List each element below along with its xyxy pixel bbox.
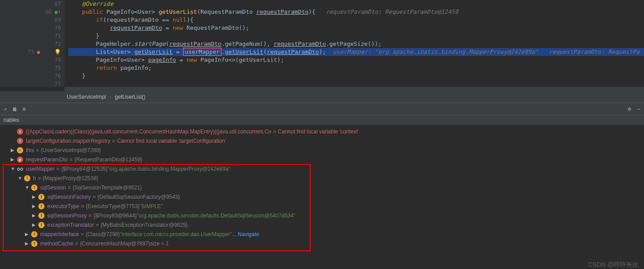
variable-tostring: "org.apache.ibatis.binding.MapperProxy@2… xyxy=(108,166,231,172)
variable-value: Cannot find local variable 'targetConfig… xyxy=(117,138,226,144)
code-line[interactable]: PageInfo<User> pageInfo = new PageInfo<>… xyxy=(68,56,644,64)
code-line[interactable]: @Override xyxy=(68,0,644,8)
variable-row[interactable]: ▼fsqlSession={SqlSessionTemplate@9621} xyxy=(0,183,644,192)
calculator-icon[interactable]: ▦ xyxy=(13,106,16,112)
breakpoint-icon[interactable]: ● xyxy=(37,48,40,56)
proxy-icon: oo xyxy=(17,166,23,172)
gutter-line[interactable]: 74 xyxy=(0,56,61,64)
variable-row[interactable]: ▶fmapperInterface={Class@7298} "interfac… xyxy=(0,229,644,239)
expand-arrow-icon[interactable]: ▶ xyxy=(11,148,15,153)
variable-tostring: "org.apache.ibatis.session.defaults.Defa… xyxy=(137,213,295,219)
lightbulb-icon[interactable]: 💡 xyxy=(54,48,61,56)
gutter-line[interactable]: 68●↑ xyxy=(0,8,61,16)
navigate-link[interactable]: ... Navigate xyxy=(232,231,259,237)
variable-row[interactable]: ▶fmethodCache={ConcurrentHashMap@7897} s… xyxy=(0,239,644,248)
code-line[interactable]: if(requestParamDto == null){ xyxy=(68,16,644,24)
code-line[interactable]: return pageInfo; xyxy=(68,64,644,72)
code-line[interactable] xyxy=(68,80,644,87)
variable-row[interactable]: !((AppClassLoader)((Class)((java.util.co… xyxy=(0,127,644,136)
gutter-line[interactable]: 71 xyxy=(0,32,61,40)
equals-sign: = xyxy=(273,128,276,135)
equals-sign: = xyxy=(81,203,84,209)
horizontal-scrollbar[interactable] xyxy=(65,87,644,91)
gutter-line[interactable]: 76 xyxy=(0,72,61,80)
variable-row[interactable]: ▶fsqlSessionFactory={DefaultSqlSessionFa… xyxy=(0,192,644,201)
code-line[interactable]: } xyxy=(68,72,644,80)
expand-arrow-icon[interactable]: ▼ xyxy=(11,166,15,171)
gutter-line[interactable]: 72 xyxy=(0,40,61,48)
variable-value: {$Proxy83@9644} xyxy=(93,213,137,219)
variable-row[interactable]: ▶fexecutorType={ExecutorType@7753} "SIMP… xyxy=(0,201,644,211)
variable-name: targetConfiguration.mapperRegistry xyxy=(26,138,110,144)
variable-row[interactable]: ▶fexceptionTranslator={MyBatisExceptionT… xyxy=(0,220,644,229)
line-number: 70 xyxy=(50,24,61,32)
variable-name: sqlSessionFactory xyxy=(47,194,91,200)
breadcrumb-method[interactable]: getUserList() xyxy=(115,94,146,100)
var-type-icon: f xyxy=(31,185,37,191)
expand-arrow-icon[interactable]: ▶ xyxy=(11,157,15,162)
variable-tostring: "interface com.micro.provider.dao.UserMa… xyxy=(120,231,232,237)
code-editor[interactable]: 6768●↑6970717273●💡74757677 @Override pub… xyxy=(0,0,644,87)
gear-icon[interactable]: ⚙ xyxy=(628,106,631,112)
variable-row[interactable]: !targetConfiguration.mapperRegistry=Cann… xyxy=(0,136,644,145)
variables-panel[interactable]: CSDN @哼哼爸比 !((AppClassLoader)((Class)((j… xyxy=(0,125,644,269)
variable-row[interactable]: ▼oouserMapper={$Proxy84@12535} "org.apac… xyxy=(0,164,644,173)
var-type-icon: f xyxy=(38,222,45,228)
variable-value: {SqlSessionTemplate@9621} xyxy=(73,185,142,191)
expand-arrow-icon[interactable]: ▶ xyxy=(25,241,29,246)
variable-name: ((AppClassLoader)((Class)((java.util.con… xyxy=(26,128,271,135)
variable-name: this xyxy=(26,147,34,153)
variable-row[interactable]: ▶prequestParamDto={RequestParamDto@12459… xyxy=(0,155,644,164)
code-line[interactable]: requestParamDto = new RequestParamDto(); xyxy=(68,24,644,32)
gutter-line[interactable]: 77 xyxy=(0,80,61,88)
variable-row[interactable]: ▶≡this={UserServiceImpl@7288} xyxy=(0,145,644,155)
expand-arrow-icon[interactable]: ▶ xyxy=(25,232,29,237)
var-type-icon: f xyxy=(31,231,37,237)
variables-panel-header: riables xyxy=(0,115,644,125)
gutter-line[interactable]: 75 xyxy=(0,64,61,72)
equals-sign: = xyxy=(81,231,84,237)
expand-arrow-icon[interactable]: ▼ xyxy=(25,185,29,190)
var-type-icon: ! xyxy=(17,138,23,144)
watermark: CSDN @哼哼爸比 xyxy=(588,261,639,269)
code-line[interactable]: public PageInfo<User> getUserList(Reques… xyxy=(68,8,644,16)
equals-sign: = xyxy=(68,185,71,191)
new-watch-icon[interactable]: ↗ xyxy=(4,106,7,112)
var-type-icon: f xyxy=(24,175,30,181)
equals-sign: = xyxy=(89,213,92,219)
override-icon[interactable]: ●↑ xyxy=(55,8,61,16)
variable-row[interactable]: ▶fsqlSessionProxy={$Proxy83@9644} "org.a… xyxy=(0,211,644,220)
variable-name: sqlSessionProxy xyxy=(47,213,87,219)
variable-value: Cannot find local variable 'context' xyxy=(278,128,359,135)
expand-arrow-icon[interactable]: ▶ xyxy=(32,213,36,218)
variable-name: requestParamDto xyxy=(26,157,68,163)
line-number: 75 xyxy=(50,64,61,72)
variable-name: userMapper xyxy=(26,166,54,172)
debug-toolbar: ↗ ▦ ≡ ⚙ − xyxy=(0,103,644,115)
code-line[interactable]: } xyxy=(68,32,644,40)
variable-row[interactable]: ▼fh={MapperProxy@12538} xyxy=(0,173,644,183)
variable-value: {MyBatisExceptionTranslator@9625} xyxy=(101,222,188,228)
gutter-line[interactable]: 70 xyxy=(0,24,61,32)
expand-arrow-icon[interactable]: ▶ xyxy=(32,222,36,227)
expand-arrow-icon[interactable]: ▼ xyxy=(18,176,22,181)
gutter-line[interactable]: 69 xyxy=(0,16,61,24)
gutter: 6768●↑6970717273●💡74757677 xyxy=(0,0,65,87)
breadcrumb-class[interactable]: UserServiceImpl xyxy=(67,94,106,100)
variable-value: {$Proxy84@12535} xyxy=(61,166,108,172)
expand-arrow-icon[interactable]: ▶ xyxy=(32,194,36,199)
expand-arrow-icon[interactable]: ▶ xyxy=(32,204,36,209)
line-number: 68 xyxy=(41,8,52,16)
code-content[interactable]: @Override public PageInfo<User> getUserL… xyxy=(65,0,644,87)
stack-icon[interactable]: ≡ xyxy=(22,106,25,112)
minimize-icon[interactable]: − xyxy=(637,106,640,112)
gutter-line[interactable]: 67 xyxy=(0,0,61,8)
gutter-line[interactable]: 73●💡 xyxy=(0,48,61,56)
line-number: 71 xyxy=(50,32,61,40)
breadcrumb[interactable]: UserServiceImpl › getUserList() xyxy=(0,91,644,103)
code-line[interactable]: PageHelper.startPage(requestParamDto.get… xyxy=(68,40,644,48)
variable-value: {ConcurrentHashMap@7897} xyxy=(80,241,150,247)
code-line[interactable]: List<User> getUserLsit = userMapper.getU… xyxy=(68,48,644,56)
equals-sign: = xyxy=(112,138,115,144)
line-number: 72 xyxy=(50,40,61,48)
